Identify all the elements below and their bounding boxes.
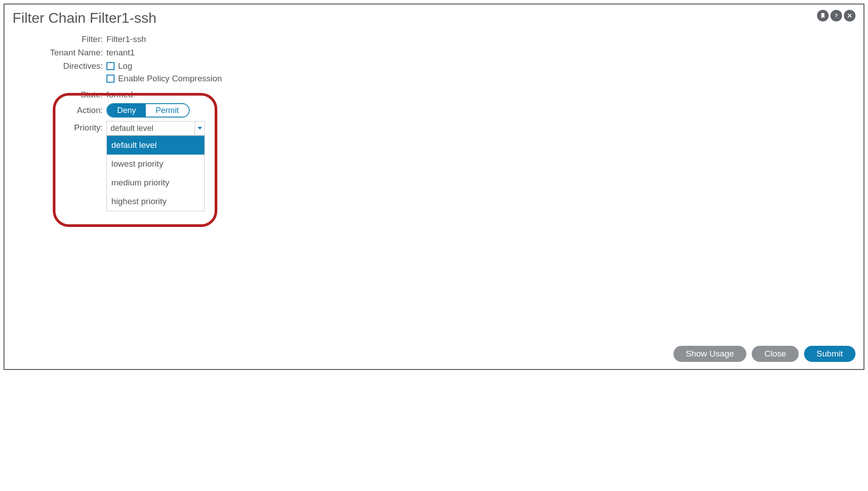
priority-option-lowest[interactable]: lowest priority xyxy=(107,155,204,173)
filter-chain-dialog: Filter Chain Filter1-ssh ? Filter: Filte… xyxy=(4,4,864,370)
priority-option-default[interactable]: default level xyxy=(107,136,204,155)
priority-select[interactable]: default level xyxy=(106,121,205,135)
submit-button[interactable]: Submit xyxy=(804,346,855,362)
close-icon[interactable] xyxy=(844,10,855,21)
log-checkbox[interactable] xyxy=(106,62,114,70)
dialog-title: Filter Chain Filter1-ssh xyxy=(13,10,157,26)
dialog-title-name: Filter1-ssh xyxy=(90,10,157,26)
tenant-row: Tenant Name: tenant1 xyxy=(13,48,855,58)
priority-select-wrap: default level default level lowest prior… xyxy=(106,121,205,135)
log-checkbox-label: Log xyxy=(118,61,132,71)
compression-checkbox-label: Enable Policy Compression xyxy=(118,74,222,84)
header-icon-group: ? xyxy=(817,10,855,21)
priority-caret-box xyxy=(195,122,204,135)
priority-row: Priority: default level default level lo… xyxy=(13,121,855,135)
directive-log-line: Log xyxy=(106,61,222,71)
action-permit-button[interactable]: Permit xyxy=(146,104,189,117)
priority-option-medium[interactable]: medium priority xyxy=(107,173,204,192)
filter-label: Filter: xyxy=(13,34,106,44)
directives-group: Log Enable Policy Compression xyxy=(106,61,222,86)
action-toggle: Deny Permit xyxy=(106,103,190,118)
action-deny-button[interactable]: Deny xyxy=(107,104,146,117)
filter-row: Filter: Filter1-ssh xyxy=(13,34,855,44)
svg-text:?: ? xyxy=(835,13,838,18)
state-row: State: formed xyxy=(13,90,855,100)
help-icon[interactable]: ? xyxy=(830,10,842,21)
state-value: formed xyxy=(106,90,133,100)
priority-label: Priority: xyxy=(13,121,106,133)
filter-value: Filter1-ssh xyxy=(106,34,146,44)
directives-row: Directives: Log Enable Policy Compressio… xyxy=(13,61,855,86)
state-label: State: xyxy=(13,90,106,100)
action-row: Action: Deny Permit xyxy=(13,103,855,118)
show-usage-button[interactable]: Show Usage xyxy=(673,346,747,362)
chevron-down-icon xyxy=(198,127,202,130)
dialog-title-prefix: Filter Chain xyxy=(13,10,90,26)
directive-compression-line: Enable Policy Compression xyxy=(106,74,222,84)
close-button[interactable]: Close xyxy=(752,346,799,362)
priority-select-value: default level xyxy=(110,124,153,133)
footer-buttons: Show Usage Close Submit xyxy=(673,346,855,362)
priority-dropdown: default level lowest priority medium pri… xyxy=(106,135,205,211)
bookmark-icon[interactable] xyxy=(817,10,829,21)
tenant-label: Tenant Name: xyxy=(13,48,106,58)
priority-option-highest[interactable]: highest priority xyxy=(107,192,204,211)
action-label: Action: xyxy=(13,105,106,115)
tenant-value: tenant1 xyxy=(106,48,135,58)
form-area: Filter: Filter1-ssh Tenant Name: tenant1… xyxy=(13,34,855,135)
dialog-header: Filter Chain Filter1-ssh ? xyxy=(13,10,855,26)
directives-label: Directives: xyxy=(13,61,106,71)
compression-checkbox[interactable] xyxy=(106,75,114,83)
